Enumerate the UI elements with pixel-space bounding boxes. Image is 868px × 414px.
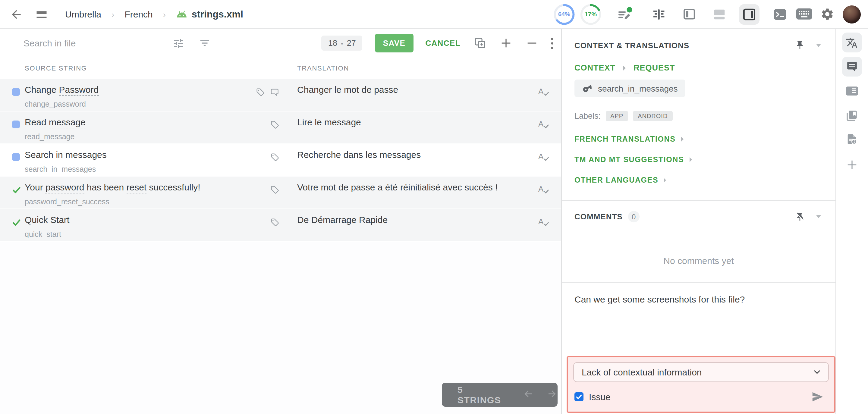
table-row[interactable]: Read message read_message Lire le messag…	[0, 112, 561, 144]
tag-icon[interactable]	[255, 87, 265, 99]
multilingual-view-icon[interactable]	[709, 4, 730, 24]
translation-cell[interactable]: Recherche dans les messages	[297, 149, 523, 161]
zoom-in-icon[interactable]	[500, 37, 513, 50]
approved-progress-ring[interactable]: 17%	[580, 3, 601, 25]
issue-checkbox[interactable]	[575, 392, 584, 401]
table-row[interactable]: Quick Start quick_start De Démarrage Rap…	[0, 209, 561, 242]
translated-progress-ring[interactable]: 64%	[553, 3, 575, 25]
breadcrumb-file[interactable]: strings.xml	[176, 9, 243, 20]
source-string-text: Read message	[25, 116, 248, 128]
proofread-notes-icon[interactable]	[616, 6, 633, 23]
source-string-cell[interactable]: Read message read_message	[25, 116, 248, 141]
source-string-cell[interactable]: Your password has been reset successfull…	[25, 181, 248, 206]
glossary-term[interactable]: password	[45, 182, 84, 193]
comment-bubble-icon[interactable]	[270, 87, 280, 99]
file-info-icon[interactable]	[846, 133, 858, 145]
translation-cell[interactable]: De Démarrage Rapide	[297, 214, 523, 226]
keyboard-shortcuts-icon[interactable]	[796, 8, 812, 20]
issue-type-value: Lack of contextual information	[582, 367, 702, 377]
string-key: search_in_messages	[25, 165, 248, 173]
tag-icon[interactable]	[270, 153, 280, 164]
more-options-icon[interactable]	[550, 36, 554, 50]
comfortable-view-icon[interactable]	[649, 4, 669, 24]
table-row[interactable]: Your password has been reset successfull…	[0, 177, 561, 209]
key-icon	[580, 81, 594, 95]
spellcheck-icon[interactable]: A	[538, 183, 548, 194]
zoom-out-icon[interactable]	[526, 37, 538, 50]
string-key-chip[interactable]: search_in_messages	[575, 79, 686, 97]
back-icon[interactable]	[10, 7, 23, 21]
advanced-filter-icon[interactable]	[173, 37, 184, 49]
approved-check-icon	[12, 186, 21, 195]
user-avatar[interactable]	[843, 5, 861, 23]
section-tm-mt-suggestions[interactable]: TM AND MT SUGGESTIONS	[562, 156, 835, 164]
previous-page-icon[interactable]	[523, 388, 534, 402]
string-key: quick_start	[25, 230, 248, 238]
spellcheck-icon[interactable]: A	[538, 216, 548, 227]
label-chip[interactable]: APP	[606, 111, 628, 121]
source-string-cell[interactable]: Search in messages search_in_messages	[25, 149, 248, 173]
comment-input[interactable]: Can we get some screenshots for this fil…	[562, 283, 835, 306]
tag-icon[interactable]	[270, 218, 280, 230]
panel-title: CONTEXT & TRANSLATIONS	[575, 41, 689, 50]
copy-source-icon[interactable]	[474, 37, 487, 50]
row-icons	[246, 185, 280, 197]
translation-cell[interactable]: Votre mot de passe a été réinitialisé av…	[297, 181, 523, 193]
row-icons	[246, 218, 280, 230]
issue-checkbox-row: Issue	[575, 390, 825, 404]
table-row[interactable]: Search in messages search_in_messages Re…	[0, 144, 561, 177]
breadcrumb-project[interactable]: Umbrella	[65, 9, 101, 19]
glossary-terms-icon[interactable]	[846, 110, 858, 122]
settings-gear-icon[interactable]	[820, 7, 834, 21]
translation-cell[interactable]: Changer le mot de passe	[297, 84, 523, 96]
save-button[interactable]: SAVE	[375, 34, 413, 53]
approved-percent: 17%	[580, 3, 601, 25]
side-by-side-view-icon[interactable]	[679, 4, 699, 24]
labels-row: Labels: APP ANDROID	[562, 111, 835, 121]
collapse-panel-icon[interactable]	[816, 44, 821, 47]
translation-cell[interactable]: Lire le message	[297, 116, 523, 128]
strings-list-area: 18 • 27 SAVE CANCEL	[0, 29, 561, 414]
filter-icon[interactable]	[199, 37, 210, 49]
section-french-translations[interactable]: FRENCH TRANSLATIONS	[562, 135, 835, 144]
comments-count-badge: 0	[628, 211, 640, 222]
string-key: password_reset_success	[25, 198, 248, 206]
context-link[interactable]: CONTEXT	[575, 63, 615, 72]
search-input[interactable]	[24, 38, 159, 48]
cancel-button[interactable]: CANCEL	[425, 38, 461, 47]
next-page-icon[interactable]	[546, 388, 558, 402]
issue-checkbox-label: Issue	[589, 392, 611, 402]
context-card-icon[interactable]	[845, 86, 858, 96]
send-comment-icon[interactable]	[811, 390, 825, 404]
spellcheck-icon[interactable]: A	[538, 86, 548, 96]
breadcrumb-language[interactable]: French	[124, 9, 153, 19]
source-string-cell[interactable]: Change Password change_password	[25, 84, 248, 108]
spellcheck-icon[interactable]: A	[538, 118, 548, 129]
glossary-term[interactable]: message	[49, 117, 86, 128]
chevron-right-icon	[623, 65, 626, 70]
row-icons	[246, 87, 280, 99]
issue-type-select[interactable]: Lack of contextual information	[573, 362, 829, 382]
tag-icon[interactable]	[270, 120, 280, 132]
comments-panel-icon[interactable]	[842, 57, 862, 76]
translated-status-icon	[12, 88, 20, 96]
request-context-link[interactable]: REQUEST	[633, 63, 675, 72]
table-row[interactable]: Change Password change_password Changer …	[0, 79, 561, 112]
collapse-comments-icon[interactable]	[816, 215, 821, 218]
menu-icon[interactable]	[35, 7, 48, 21]
side-panel-view-icon[interactable]	[739, 4, 760, 24]
strings-count-pill[interactable]: 5 STRINGS	[442, 383, 558, 407]
spellcheck-icon[interactable]: A	[538, 151, 548, 161]
glossary-term[interactable]: Password	[59, 84, 98, 96]
unpin-icon[interactable]	[795, 212, 805, 221]
translations-panel-icon[interactable]	[842, 33, 862, 53]
tag-icon[interactable]	[270, 185, 280, 197]
label-chip[interactable]: ANDROID	[633, 111, 673, 121]
source-string-cell[interactable]: Quick Start quick_start	[25, 214, 248, 238]
glossary-term[interactable]: reset	[127, 182, 147, 193]
table-header: SOURCE STRING TRANSLATION	[0, 57, 561, 79]
pin-icon[interactable]	[795, 40, 805, 50]
add-panel-icon[interactable]	[845, 158, 858, 171]
console-icon[interactable]	[773, 7, 787, 22]
section-other-languages[interactable]: OTHER LANGUAGES	[562, 176, 835, 184]
